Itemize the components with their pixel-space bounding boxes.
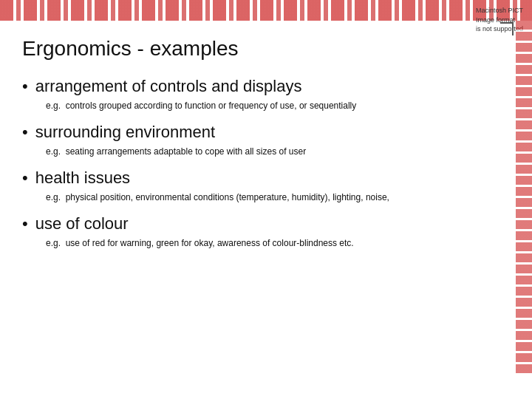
example-3: e.g. physical position, environmental co…: [46, 191, 484, 204]
bullet-main-1: • arrangement of controls and displays: [22, 77, 484, 96]
bullet-main-2: • surrounding environment: [22, 123, 484, 142]
bullet-dot-2: •: [22, 124, 28, 140]
bullet-dot-1: •: [22, 78, 28, 95]
bullet-main-3: • health issues: [22, 168, 484, 188]
bullet-main-4: • use of colour: [22, 214, 484, 233]
bullet-text-1: arrangement of controls and displays: [35, 77, 302, 96]
slide-container: Macintosh PICT Image format is not suppo…: [0, 0, 532, 399]
example-4: e.g. use of red for warning, green for o…: [46, 236, 484, 250]
main-content: Ergonomics - examples • arrangement of c…: [22, 37, 510, 250]
bullet-dot-3: •: [22, 170, 28, 186]
bullet-dot-4: •: [22, 216, 28, 232]
bullet-text-2: surrounding environment: [35, 123, 215, 142]
slide-title: Ergonomics - examples: [22, 37, 484, 61]
example-1: e.g. controls grouped according to funct…: [46, 99, 484, 112]
bullet-section-2: • surrounding environment e.g. seating a…: [22, 123, 484, 158]
bullet-text-4: use of colour: [35, 214, 129, 233]
right-bar-decoration: [516, 21, 532, 375]
example-2: e.g. seating arrangements adaptable to c…: [46, 145, 484, 158]
corner-bracket-decoration: [500, 22, 514, 35]
bullet-text-3: health issues: [35, 168, 130, 188]
bullet-section-3: • health issues e.g. physical position, …: [22, 168, 484, 204]
bullet-section-4: • use of colour e.g. use of red for warn…: [22, 214, 484, 250]
bullet-section-1: • arrangement of controls and displays e…: [22, 77, 484, 112]
top-banner-decoration: [0, 0, 532, 21]
